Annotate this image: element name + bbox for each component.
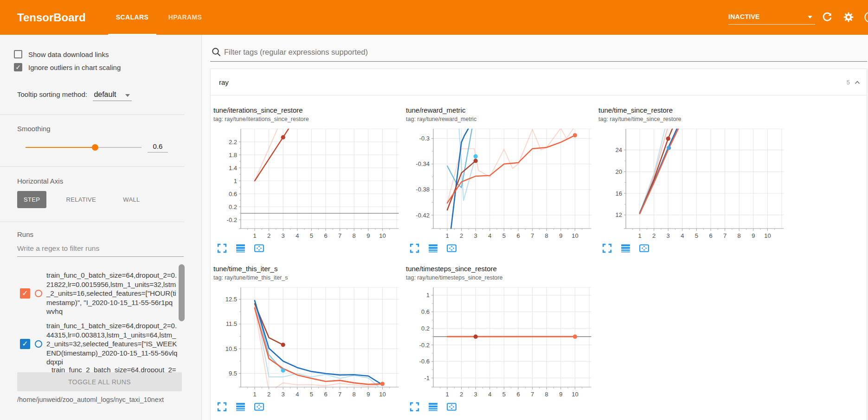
tag-group-header[interactable]: ray 5 (211, 69, 867, 95)
refresh-icon (821, 11, 833, 23)
y-tick-label: -0.6 (419, 358, 430, 365)
fullscreen-icon[interactable] (409, 242, 420, 254)
x-tick-label: 9 (752, 232, 755, 239)
refresh-button[interactable] (821, 11, 833, 23)
series-run-0-smoothed (640, 128, 678, 214)
series-end-marker[interactable] (474, 159, 478, 163)
status-dropdown-value: INACTIVE (728, 13, 760, 20)
series-end-marker[interactable] (281, 343, 285, 347)
runs-selector-icon[interactable] (620, 242, 631, 254)
status-dropdown[interactable]: INACTIVE (728, 10, 815, 25)
chart-title: tune/reward_metric (406, 106, 594, 115)
chart-card-tune-timesteps-since-restore: tune/timesteps_since_restoretag: ray/tun… (406, 265, 594, 418)
runs-label: Runs (17, 230, 33, 238)
show-download-links-checkbox[interactable] (14, 50, 22, 58)
fullscreen-icon[interactable] (216, 242, 228, 254)
chart-plot[interactable]: -0.20.20.611.41.82.212345678910 (213, 127, 399, 243)
y-tick-label: 12 (616, 211, 622, 218)
chart-card-tune-time-since-restore: tune/time_since_restoretag: ray/tune/tim… (598, 106, 787, 259)
tag-filter-input[interactable] (224, 45, 860, 59)
chevron-up-icon[interactable] (854, 79, 861, 88)
chart-actions (601, 242, 650, 254)
runs-selector-icon[interactable] (235, 401, 246, 413)
y-tick-label: -0.3 (419, 135, 430, 142)
series-end-marker[interactable] (281, 369, 285, 373)
x-tick-label: 3 (282, 391, 285, 398)
y-tick-label: -0.2 (419, 342, 430, 349)
slider-thumb[interactable] (92, 144, 98, 151)
fullscreen-icon[interactable] (409, 401, 420, 413)
tag-filter-row (210, 43, 867, 62)
y-tick-label: 1 (426, 292, 430, 299)
y-tick-label: -0.42 (416, 212, 430, 219)
x-tick-label: 2 (267, 391, 270, 398)
ignore-outliers-checkbox[interactable]: ✓ (14, 63, 22, 71)
series-end-marker[interactable] (573, 133, 577, 137)
runs-selector-icon[interactable] (235, 242, 246, 254)
run-checkbox[interactable]: ✓ (20, 339, 30, 349)
x-tick-label: 8 (738, 232, 741, 239)
help-button[interactable]: ? (864, 11, 868, 23)
x-tick-label: 7 (531, 391, 534, 398)
tab-hparams[interactable]: HPARAMS (163, 0, 207, 35)
run-checkbox[interactable]: ✓ (20, 288, 30, 299)
fit-domain-icon[interactable] (253, 242, 265, 254)
chart-plot[interactable]: -0.42-0.38-0.34-0.312345678910 (406, 127, 592, 243)
series-end-marker[interactable] (474, 154, 478, 159)
y-tick-label: 1 (234, 178, 237, 185)
axis-button-step[interactable]: STEP (17, 191, 46, 208)
search-icon (211, 47, 222, 60)
chart-plot[interactable]: 9.510.511.512.512345678910 (213, 286, 399, 401)
axis-button-wall[interactable]: WALL (116, 191, 146, 208)
sidebar-scrollbar-thumb[interactable] (179, 264, 185, 321)
runs-selector-icon[interactable] (427, 401, 439, 413)
axis-button-relative[interactable]: RELATIVE (60, 191, 103, 208)
y-tick-label: 0.6 (421, 308, 430, 315)
chevron-down-icon (808, 16, 812, 19)
x-tick-label: 8 (545, 391, 548, 398)
chart-actions (216, 242, 265, 254)
run-radio[interactable] (35, 340, 42, 348)
tab-scalars[interactable]: SCALARS (108, 0, 156, 35)
fit-domain-icon[interactable] (446, 242, 457, 254)
active-tab-underline (108, 34, 156, 35)
y-tick-label: 0.2 (421, 325, 430, 332)
series-end-marker[interactable] (667, 146, 671, 150)
run-label[interactable]: train_func_2_batch_size=64,dropout_2= (51, 365, 179, 372)
horizontal-axis-buttons: STEP RELATIVE WALL (17, 191, 146, 208)
fit-domain-icon[interactable] (446, 401, 457, 413)
runs-filter-input[interactable] (17, 242, 184, 257)
run-label[interactable]: train_func_0_batch_size=64,dropout_2=0.2… (46, 271, 178, 316)
smoothing-slider[interactable] (26, 144, 141, 151)
chart-plot[interactable]: 1216202412345678910 (598, 127, 784, 243)
fit-domain-icon[interactable] (253, 401, 265, 413)
x-tick-label: 1 (253, 391, 256, 398)
x-tick-label: 3 (474, 232, 477, 239)
settings-button[interactable] (842, 11, 855, 23)
series-end-marker[interactable] (573, 335, 577, 339)
fullscreen-icon[interactable] (601, 242, 613, 254)
tag-group-card-ray: ray 5 tune/iterations_since_restoretag: … (210, 69, 867, 420)
tag-group-count: 5 (847, 69, 850, 95)
x-tick-label: 5 (310, 232, 313, 239)
toggle-all-runs-button[interactable]: TOGGLE ALL RUNS (17, 372, 182, 391)
show-download-links-label: Show data download links (28, 51, 109, 58)
y-tick-label: 20 (616, 168, 622, 175)
chart-plot[interactable]: -1-0.6-0.20.20.6112345678910 (406, 286, 592, 401)
series-end-marker[interactable] (666, 136, 670, 140)
series-end-marker[interactable] (380, 382, 385, 386)
x-tick-label: 10 (379, 232, 386, 239)
series-end-marker[interactable] (281, 135, 285, 140)
run-radio[interactable] (35, 290, 42, 297)
x-tick-label: 2 (652, 232, 656, 239)
slider-fill (26, 147, 95, 148)
series-end-marker[interactable] (474, 335, 478, 339)
fit-domain-icon[interactable] (638, 242, 650, 254)
run-label[interactable]: train_func_1_batch_size=64,dropout_2=0.4… (46, 321, 178, 367)
fullscreen-icon[interactable] (216, 401, 228, 413)
runs-selector-icon[interactable] (427, 242, 439, 254)
run-item-2: train_func_2_batch_size=64,dropout_2= (20, 365, 179, 372)
tooltip-sorting-select[interactable]: default (93, 89, 132, 101)
x-tick-label: 2 (460, 232, 463, 239)
smoothing-value[interactable]: 0.6 (148, 142, 168, 153)
